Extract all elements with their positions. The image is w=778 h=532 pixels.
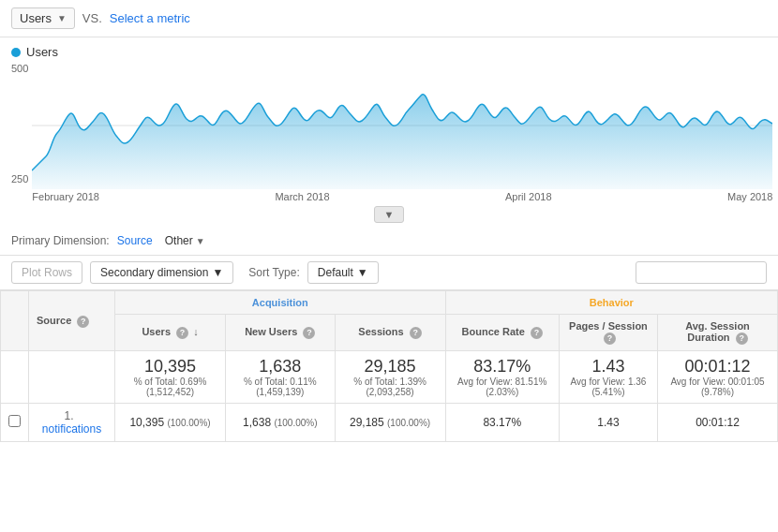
behavior-label: Behavior [590, 297, 634, 308]
total-users-cell: 10,395 % of Total: 0.69% (1,512,452) [115, 351, 226, 404]
row1-checkbox-cell[interactable] [1, 404, 29, 442]
row1-num: 1. [64, 409, 73, 422]
sessions-col-header: Sessions ? [335, 315, 445, 351]
search-input[interactable] [636, 261, 767, 284]
x-label-apr: April 2018 [505, 191, 552, 202]
sort-default-label: Default [318, 266, 353, 279]
sort-type-label: Sort Type: [248, 266, 299, 279]
total-avg-session-avg: Avg for View: 00:01:05 (9.78%) [666, 377, 770, 397]
row1-sessions-pct: (100.00%) [387, 418, 430, 428]
row1-source-cell: 1. notifications [29, 404, 115, 442]
total-pages-cell: 1.43 Avg for View: 1.36 (5.41%) [559, 351, 657, 404]
total-checkbox-cell [1, 351, 29, 404]
pages-help-icon[interactable]: ? [604, 332, 616, 345]
plot-rows-button[interactable]: Plot Rows [11, 261, 82, 284]
metric-bar: Users ▼ VS. Select a metric [0, 0, 778, 37]
secondary-dim-label: Secondary dimension [100, 266, 208, 279]
source-dim-link[interactable]: Source [117, 234, 153, 247]
expand-chart-button[interactable]: ▼ [374, 206, 405, 223]
row1-new-users-cell: 1,638 (100.00%) [226, 404, 335, 442]
pages-session-col-header: Pages / Session ? [559, 315, 657, 351]
total-pages-avg: Avg for View: 1.36 (5.41%) [567, 377, 650, 397]
secondary-dimension-button[interactable]: Secondary dimension ▼ [90, 261, 233, 284]
total-sessions-pct: % of Total: 1.39% (2,093,258) [343, 377, 438, 397]
row1-source-link[interactable]: notifications [42, 422, 101, 436]
chart-svg [32, 63, 772, 189]
avg-session-help-icon[interactable]: ? [736, 332, 748, 345]
row1-users-cell: 10,395 (100.00%) [115, 404, 226, 442]
row1-users-pct: (100.00%) [167, 418, 210, 428]
x-label-may: May 2018 [727, 191, 772, 202]
select-metric-link[interactable]: Select a metric [110, 11, 190, 25]
primary-dimension-bar: Primary Dimension: Source Other ▼ [0, 227, 778, 256]
legend-label: Users [26, 45, 58, 59]
row1-pages-value: 1.43 [597, 416, 619, 429]
users-col-header: Users ? ↓ [115, 315, 226, 351]
sort-default-button[interactable]: Default ▼ [307, 261, 379, 284]
new-users-col-header: New Users ? [226, 315, 335, 351]
total-sessions-value: 29,185 [343, 357, 438, 377]
new-users-help-icon[interactable]: ? [303, 327, 315, 339]
total-new-users-cell: 1,638 % of Total: 0.11% (1,459,139) [226, 351, 335, 404]
other-dim-arrow-icon: ▼ [196, 236, 205, 246]
total-new-users-pct: % of Total: 0.11% (1,459,139) [233, 377, 326, 397]
total-pages-value: 1.43 [567, 357, 650, 377]
avg-session-col-header: Avg. Session Duration ? [658, 315, 778, 351]
row1-sessions-cell: 29,185 (100.00%) [335, 404, 445, 442]
total-users-pct: % of Total: 0.69% (1,512,452) [123, 377, 217, 397]
bounce-rate-col-header: Bounce Rate ? [445, 315, 559, 351]
row1-pages-cell: 1.43 [559, 404, 657, 442]
dropdown-arrow-icon: ▼ [57, 13, 67, 23]
total-source-cell [29, 351, 115, 404]
total-bounce-value: 83.17% [454, 357, 551, 377]
users-help-icon[interactable]: ? [176, 327, 188, 339]
x-label-feb: February 2018 [32, 191, 99, 202]
row1-users-value: 10,395 [129, 416, 164, 429]
row1-new-users-value: 1,638 [243, 416, 271, 429]
acquisition-group-header: Acquisition [115, 291, 446, 315]
row1-new-users-pct: (100.00%) [274, 418, 317, 428]
secondary-dim-arrow-icon: ▼ [212, 266, 223, 279]
chart-legend: Users [11, 45, 767, 59]
other-dim-button[interactable]: Other ▼ [160, 232, 210, 249]
primary-dim-label: Primary Dimension: [11, 234, 110, 247]
y-label-250: 250 [11, 173, 28, 185]
users-dropdown-label: Users [20, 11, 52, 25]
chart-container: Users 500 250 Febr [0, 37, 778, 202]
row1-sessions-value: 29,185 [350, 416, 384, 429]
total-users-value: 10,395 [123, 357, 217, 377]
totals-row: 10,395 % of Total: 0.69% (1,512,452) 1,6… [1, 351, 778, 404]
chart-expand-area: ▼ [0, 206, 778, 223]
bounce-help-icon[interactable]: ? [531, 327, 543, 339]
total-bounce-avg: Avg for View: 81.51% (2.03%) [454, 377, 551, 397]
total-sessions-cell: 29,185 % of Total: 1.39% (2,093,258) [335, 351, 445, 404]
row1-avg-session-value: 00:01:12 [696, 416, 740, 429]
acquisition-label: Acquisition [252, 297, 308, 308]
legend-dot-icon [11, 48, 21, 57]
checkbox-header [1, 291, 29, 351]
source-header: Source [37, 315, 71, 326]
row1-bounce-cell: 83.17% [445, 404, 559, 442]
users-sort-icon: ↓ [193, 326, 199, 337]
sort-arrow-icon: ▼ [357, 266, 368, 279]
total-avg-session-value: 00:01:12 [666, 357, 770, 377]
total-bounce-cell: 83.17% Avg for View: 81.51% (2.03%) [445, 351, 559, 404]
toolbar: Plot Rows Secondary dimension ▼ Sort Typ… [0, 256, 778, 290]
data-table: Source ? Acquisition Behavior Users ? ↓ … [0, 290, 778, 442]
total-avg-session-cell: 00:01:12 Avg for View: 00:01:05 (9.78%) [658, 351, 778, 404]
users-dropdown[interactable]: Users ▼ [11, 7, 75, 29]
y-label-500: 500 [11, 63, 28, 74]
row1-avg-session-cell: 00:01:12 [658, 404, 778, 442]
behavior-group-header: Behavior [445, 291, 777, 315]
source-help-icon[interactable]: ? [77, 316, 89, 328]
other-dim-label: Other [165, 234, 193, 247]
row1-bounce-value: 83.17% [483, 416, 521, 429]
x-label-mar: March 2018 [275, 191, 329, 202]
chart-x-labels: February 2018 March 2018 April 2018 May … [32, 189, 772, 202]
vs-label: VS. [82, 11, 102, 25]
row1-checkbox[interactable] [8, 415, 21, 427]
sessions-help-icon[interactable]: ? [410, 327, 422, 339]
table-row: 1. notifications 10,395 (100.00%) 1,638 … [1, 404, 778, 442]
total-new-users-value: 1,638 [233, 357, 326, 377]
